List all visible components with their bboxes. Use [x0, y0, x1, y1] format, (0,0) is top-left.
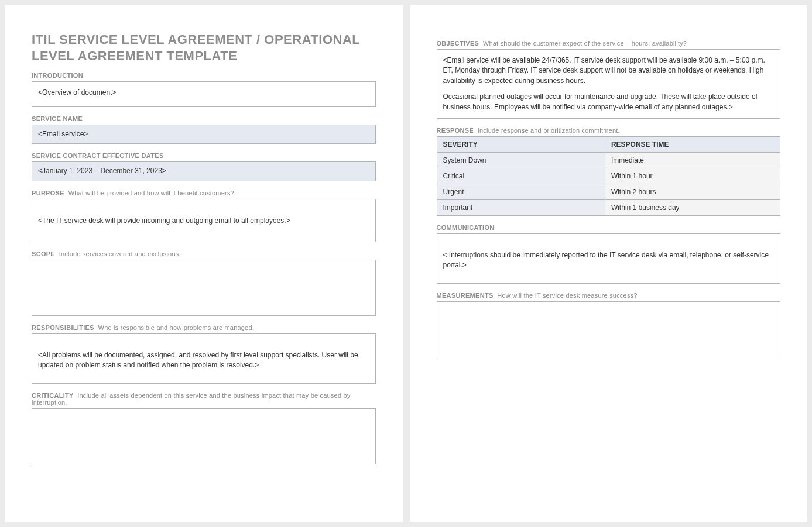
label-dates: SERVICE CONTRACT EFFECTIVE DATES: [32, 152, 376, 159]
label-measurements: MEASUREMENTS How will the IT service des…: [437, 292, 781, 299]
field-purpose[interactable]: <The IT service desk will provide incomi…: [32, 199, 376, 242]
label-criticality-text: CRITICALITY: [32, 392, 74, 399]
label-service-name: SERVICE NAME: [32, 115, 376, 122]
header-response-time: RESPONSE TIME: [605, 136, 780, 152]
label-response-text: RESPONSE: [437, 127, 474, 134]
field-scope[interactable]: [32, 260, 376, 316]
cell-time: Within 2 hours: [605, 184, 780, 199]
field-measurements[interactable]: [437, 301, 781, 357]
label-purpose: PURPOSE What will be provided and how wi…: [32, 190, 376, 197]
hint-response: Include response and prioritization comm…: [478, 127, 620, 134]
cell-severity: System Down: [437, 152, 605, 168]
label-responsibilities-text: RESPONSIBILITIES: [32, 324, 94, 331]
page-right: OBJECTIVES What should the customer expe…: [410, 5, 808, 522]
hint-responsibilities: Who is responsible and how problems are …: [98, 324, 254, 331]
table-header-row: SEVERITY RESPONSE TIME: [437, 136, 780, 152]
hint-scope: Include services covered and exclusions.: [59, 250, 181, 257]
field-service-name[interactable]: <Email service>: [32, 125, 376, 144]
table-row: Urgent Within 2 hours: [437, 184, 780, 199]
hint-objectives: What should the customer expect of the s…: [483, 40, 687, 47]
label-response: RESPONSE Include response and prioritiza…: [437, 127, 781, 134]
field-introduction[interactable]: <Overview of document>: [32, 81, 376, 107]
spacer: [443, 86, 775, 92]
label-measurements-text: MEASUREMENTS: [437, 292, 494, 299]
field-criticality[interactable]: [32, 408, 376, 464]
cell-severity: Urgent: [437, 184, 605, 199]
hint-criticality: Include all assets dependent on this ser…: [32, 392, 350, 406]
label-objectives-text: OBJECTIVES: [437, 40, 479, 47]
label-introduction: INTRODUCTION: [32, 72, 376, 79]
field-dates[interactable]: <January 1, 2023 – December 31, 2023>: [32, 161, 376, 181]
cell-time: Immediate: [605, 152, 780, 168]
header-severity: SEVERITY: [437, 136, 605, 152]
field-objectives[interactable]: <Email service will be available 24/7/36…: [437, 49, 781, 119]
label-purpose-text: PURPOSE: [32, 190, 64, 197]
document-title: ITIL SERVICE LEVEL AGREEMENT / OPERATION…: [32, 32, 376, 64]
label-responsibilities: RESPONSIBILITIES Who is responsible and …: [32, 324, 376, 331]
page-left: ITIL SERVICE LEVEL AGREEMENT / OPERATION…: [5, 5, 403, 522]
hint-purpose: What will be provided and how will it be…: [68, 190, 234, 197]
cell-time: Within 1 business day: [605, 199, 780, 215]
cell-severity: Important: [437, 199, 605, 215]
objectives-para2: Occasional planned outages will occur fo…: [443, 92, 775, 112]
label-scope: SCOPE Include services covered and exclu…: [32, 250, 376, 257]
table-row: Critical Within 1 hour: [437, 168, 780, 184]
label-scope-text: SCOPE: [32, 250, 55, 257]
response-table: SEVERITY RESPONSE TIME System Down Immed…: [437, 136, 781, 216]
hint-measurements: How will the IT service desk measure suc…: [497, 292, 637, 299]
label-objectives: OBJECTIVES What should the customer expe…: [437, 40, 781, 47]
label-communication: COMMUNICATION: [437, 224, 781, 231]
field-responsibilities[interactable]: <All problems will be documented, assign…: [32, 333, 376, 384]
cell-severity: Critical: [437, 168, 605, 184]
table-row: Important Within 1 business day: [437, 199, 780, 215]
field-communication[interactable]: < Interruptions should be immediately re…: [437, 233, 781, 284]
cell-time: Within 1 hour: [605, 168, 780, 184]
label-criticality: CRITICALITY Include all assets dependent…: [32, 392, 376, 406]
objectives-para1: <Email service will be available 24/7/36…: [443, 56, 775, 86]
table-row: System Down Immediate: [437, 152, 780, 168]
